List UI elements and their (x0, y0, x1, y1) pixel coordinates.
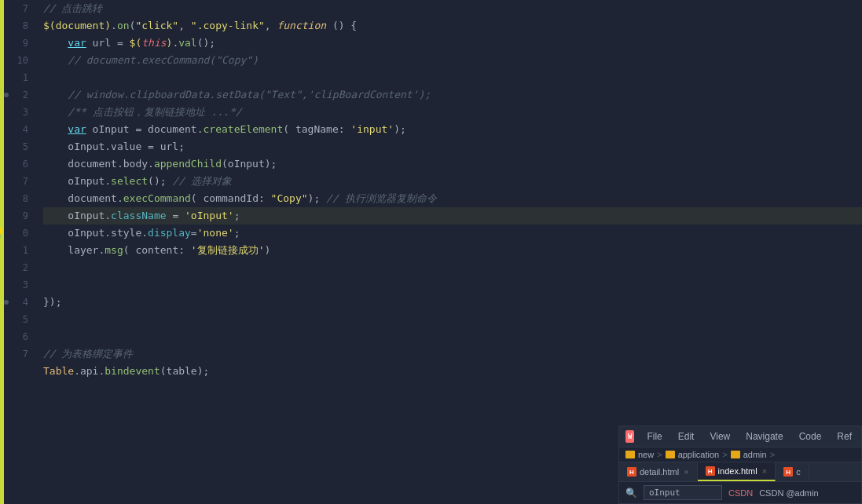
token-sp1: url = (86, 35, 130, 52)
token-function-kw: function (277, 17, 326, 35)
token-val: val (178, 35, 196, 52)
code-line-exec: document.execCommand( commandId: "Copy")… (43, 190, 862, 207)
line-num-19: 9 (6, 207, 31, 225)
token-comment-table: // 为表格绑定事件 (43, 345, 133, 363)
token-bindevent-paren: (table); (160, 363, 210, 380)
gutter: 7 8 9 10 1 2 3 4 5 6 7 8 9 0💡 1 2 3 4 5 … (0, 0, 35, 504)
line-num-16: 6 (6, 155, 31, 173)
csdn-badge: CSDN (728, 488, 753, 498)
tab-detail[interactable]: H detail.html × (619, 463, 698, 480)
code-line-jsdoc: /** 点击按钮，复制链接地址 ...*/ (43, 104, 862, 121)
tab-c[interactable]: H c (776, 463, 809, 480)
token-on: on (117, 17, 130, 35)
code-line-classname: oInput.className = 'oInput'; (43, 207, 862, 225)
token-comment1: // 点击跳转 (43, 0, 102, 17)
token-indent10 (43, 207, 68, 225)
breadcrumb-new-label: new (638, 450, 654, 459)
token-eq2: = (191, 225, 197, 242)
token-indent6 (43, 138, 68, 155)
token-comma2: , (265, 17, 277, 35)
code-line-9: var url = $(this).val(); (43, 35, 862, 52)
token-str-copy: "Copy" (271, 190, 308, 207)
menu-code[interactable]: Code (796, 429, 825, 444)
folder-icon-2 (666, 451, 675, 458)
menu-ref[interactable]: Ref (834, 429, 855, 444)
token-dollar: $(document) (43, 17, 111, 35)
folder-icon-3 (731, 451, 740, 458)
tab-close-index[interactable]: × (762, 466, 767, 476)
line-num-8: 8 (6, 17, 31, 35)
breadcrumb-sep-3: > (770, 450, 775, 459)
token-oinput1: oInput.value = url; (68, 138, 185, 155)
editor-container: 7 8 9 10 1 2 3 4 5 6 7 8 9 0💡 1 2 3 4 5 … (0, 0, 862, 504)
tab-html-icon-3: H (783, 467, 793, 477)
token-bindevent: bindevent (105, 363, 160, 380)
line-num-18: 8 (6, 190, 31, 207)
menu-navigate[interactable]: Navigate (743, 429, 786, 444)
code-line-select: oInput.select(); // 选择对象 (43, 173, 862, 190)
tab-index[interactable]: H index.html × (698, 462, 776, 481)
yellow-bar (0, 0, 4, 504)
code-line-msg: layer.msg( content: '复制链接成功') (43, 242, 862, 259)
breadcrumb-application: application (666, 450, 720, 459)
token-this: this (141, 35, 166, 52)
token-create: createElement (204, 121, 284, 138)
tab-html-icon-2: H (706, 466, 715, 476)
token-var2: var (68, 121, 86, 138)
tab-c-label: c (796, 467, 801, 477)
token-str2: ".copy-link" (191, 17, 265, 35)
breadcrumb-sep-2: > (722, 450, 727, 459)
code-line-empty5 (43, 328, 862, 345)
token-comment-exec: // 执行浏览器复制命令 (326, 190, 436, 207)
bottom-panel: W File Edit View Navigate Code Ref new >… (618, 425, 862, 504)
line-num-13: 3 (6, 104, 31, 121)
folder-icon-1 (625, 451, 635, 458)
line-num-10: 10 (6, 52, 31, 69)
token-classname: className (111, 207, 166, 225)
token-indent9 (43, 190, 68, 207)
code-line-append: document.body.appendChild(oInput); (43, 155, 862, 173)
line-num-26: 6 (6, 328, 31, 345)
line-num-9: 9 (6, 35, 31, 52)
code-line-10: // document.execCommand("Copy") (43, 52, 862, 69)
menu-edit[interactable]: Edit (675, 429, 698, 444)
token-dot1: . (111, 17, 117, 35)
line-num-22: 2 (6, 259, 31, 276)
search-icon[interactable]: 🔍 (625, 488, 637, 499)
tab-detail-label: detail.html (640, 467, 679, 477)
breadcrumb-bar: new > application > admin > (619, 447, 861, 462)
line-num-23: 3 (6, 276, 31, 294)
code-line-empty3 (43, 276, 862, 294)
breadcrumb-sep-1: > (657, 450, 662, 459)
line-num-25: 5 (6, 311, 31, 328)
line-num-21: 1 (6, 242, 31, 259)
token-indent11 (43, 225, 68, 242)
line-num-15: 5 (6, 138, 31, 155)
token-paren2: ( tagName: (283, 121, 350, 138)
token-comment2: // document.execCommand("Copy") (68, 52, 259, 69)
token-str1: "click" (135, 17, 178, 35)
token-comma1: , (178, 17, 191, 35)
token-paren3: ); (394, 121, 406, 138)
token-indent12 (43, 242, 68, 259)
menu-bar: W File Edit View Navigate Code Ref (619, 426, 861, 447)
token-indent5 (43, 121, 68, 138)
token-val-paren: (); (197, 35, 215, 52)
token-paren1: ( (130, 17, 136, 35)
token-indent3 (43, 86, 68, 104)
token-append: document.body. (68, 155, 154, 173)
bulb-icon[interactable]: 💡 (0, 225, 5, 242)
tab-close-detail[interactable]: × (684, 467, 688, 477)
token-semi2: ; (234, 225, 240, 242)
menu-file[interactable]: File (644, 429, 665, 444)
line-num-20: 0💡 (6, 225, 31, 242)
token-table-class: Table (43, 363, 74, 380)
token-indent4 (43, 104, 68, 121)
token-str-msg: '复制链接成功' (191, 242, 265, 259)
line-num-7: 7 (6, 0, 31, 17)
token-close-brace: }); (43, 294, 61, 311)
menu-view[interactable]: View (706, 429, 733, 444)
search-input[interactable] (644, 485, 722, 500)
code-line-display: oInput.style.display='none'; (43, 225, 862, 242)
token-appendchild: appendChild (154, 155, 222, 173)
